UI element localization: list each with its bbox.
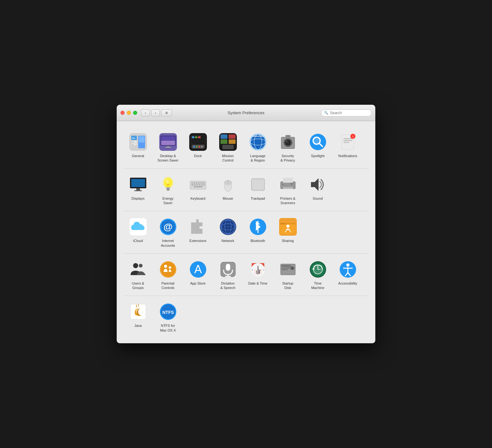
pref-internet-accounts[interactable]: @ InternetAccounts [153, 214, 183, 250]
svg-text:A: A [194, 263, 202, 276]
svg-point-119 [133, 263, 138, 268]
nav-buttons: ‹ › [141, 109, 160, 116]
pref-keyboard-label: Keyboard [190, 196, 205, 201]
icon-dictation-speech [218, 259, 238, 280]
pref-startup-disk[interactable]: StartupDisk [273, 257, 303, 293]
back-button[interactable]: ‹ [141, 109, 150, 116]
search-input[interactable] [330, 111, 369, 115]
pref-keyboard[interactable]: Keyboard [183, 172, 213, 208]
close-button[interactable] [120, 111, 125, 115]
svg-rect-78 [196, 184, 198, 186]
svg-point-120 [139, 264, 143, 268]
pref-ntfs[interactable]: NTFS NTFS forMac OS X [153, 299, 183, 335]
icon-java [128, 302, 148, 322]
pref-general[interactable]: File New One General [123, 129, 153, 165]
traffic-lights [120, 111, 137, 115]
forward-button[interactable]: › [151, 109, 160, 116]
icon-mouse [218, 174, 238, 195]
svg-rect-30 [229, 139, 236, 144]
svg-rect-73 [198, 182, 200, 184]
pref-startup-disk-label: StartupDisk [282, 281, 293, 290]
icon-keyboard [188, 174, 208, 195]
icon-time-machine [308, 259, 328, 280]
svg-point-116 [286, 225, 290, 228]
icon-icloud [128, 217, 148, 237]
svg-rect-13 [167, 146, 169, 147]
pref-internet-accounts-label: InternetAccounts [161, 239, 175, 248]
svg-rect-129 [226, 264, 230, 271]
svg-rect-28 [229, 134, 236, 139]
pref-users-groups[interactable]: Users &Groups [123, 257, 153, 293]
pref-parental-controls-label: ParentalControls [161, 281, 174, 290]
pref-app-store[interactable]: A App Store [183, 257, 213, 293]
pref-java-label: Java [134, 323, 142, 328]
svg-point-23 [196, 146, 198, 148]
svg-point-95 [282, 184, 284, 185]
pref-time-machine-label: TimeMachine [311, 281, 325, 290]
pref-extensions-label: Extensions [190, 239, 207, 243]
svg-rect-54 [343, 142, 349, 143]
icon-general: File New One [128, 132, 148, 152]
pref-bluetooth[interactable]: Bluetooth [243, 214, 273, 250]
pref-trackpad-label: Trackpad [251, 196, 265, 201]
svg-rect-14 [165, 147, 171, 148]
icon-users-groups [128, 259, 148, 280]
pref-date-time-label: Date & Time [248, 281, 267, 286]
pref-extensions[interactable]: Extensions [183, 214, 213, 250]
pref-mission-control[interactable]: MissionControl [213, 129, 243, 165]
svg-rect-77 [194, 184, 196, 186]
icon-printers-scanners [278, 174, 298, 195]
pref-network-label: Network [221, 239, 234, 243]
pref-mouse[interactable]: Mouse [213, 172, 243, 208]
preferences-content: File New One General [117, 121, 375, 343]
pref-displays[interactable]: Displays [123, 172, 153, 208]
pref-accessibility[interactable]: Accessibility [333, 257, 363, 293]
icon-internet-accounts: @ [158, 217, 178, 237]
pref-dictation-speech-label: Dictation& Speech [220, 281, 236, 290]
icon-notifications: ! [338, 132, 358, 152]
pref-parental-controls[interactable]: ParentalControls [153, 257, 183, 293]
svg-text:One: One [132, 144, 134, 145]
pref-date-time[interactable]: JUL 12 3 6 9 18 Date [243, 257, 273, 293]
pref-notifications[interactable]: ! Notifications [333, 129, 363, 165]
svg-rect-20 [198, 136, 201, 138]
search-icon: 🔍 [324, 111, 328, 115]
pref-displays-label: Displays [132, 196, 145, 201]
pref-trackpad[interactable]: Trackpad [243, 172, 273, 208]
section-system: Users &Groups ParentalCont [123, 254, 369, 296]
pref-network[interactable]: Network [213, 214, 243, 250]
window-title: System Preferences [227, 110, 264, 115]
search-box[interactable]: 🔍 [321, 109, 372, 116]
pref-security-privacy[interactable]: Security& Privacy [273, 129, 303, 165]
maximize-button[interactable] [133, 111, 137, 115]
pref-energy-saver[interactable]: EnergySaver [153, 172, 183, 208]
pref-dictation-speech[interactable]: Dictation& Speech [213, 257, 243, 293]
pref-java[interactable]: Java [123, 299, 153, 335]
svg-rect-148 [282, 269, 288, 270]
pref-spotlight[interactable]: Spotlight [303, 129, 333, 165]
minimize-button[interactable] [127, 111, 131, 115]
pref-language-region[interactable]: Language& Region [243, 129, 273, 165]
pref-time-machine[interactable]: TimeMachine [303, 257, 333, 293]
pref-desktop-screensaver[interactable]: Desktop &Screen Saver [153, 129, 183, 165]
section-personal: File New One General [123, 126, 369, 169]
svg-text:9: 9 [252, 269, 253, 271]
pref-icloud-label: iCloud [133, 239, 143, 243]
icon-date-time: JUL 12 3 6 9 18 [248, 259, 268, 280]
svg-rect-93 [283, 187, 293, 189]
pref-language-region-label: Language& Region [250, 154, 266, 163]
svg-point-123 [164, 265, 167, 268]
pref-icloud[interactable]: iCloud [123, 214, 153, 250]
pref-printers-scanners[interactable]: Printers &Scanners [273, 172, 303, 208]
icon-extensions [188, 217, 208, 237]
pref-energy-saver-label: EnergySaver [162, 196, 173, 205]
pref-sharing[interactable]: Sharing [273, 214, 303, 250]
svg-rect-70 [191, 182, 193, 184]
svg-point-48 [314, 138, 319, 143]
svg-rect-53 [343, 140, 352, 141]
pref-sound[interactable]: Sound [303, 172, 333, 208]
icon-dock [188, 132, 208, 152]
icon-bluetooth [248, 217, 268, 237]
pref-dock[interactable]: Dock [183, 129, 213, 165]
grid-button[interactable]: ⊞ [161, 109, 172, 116]
